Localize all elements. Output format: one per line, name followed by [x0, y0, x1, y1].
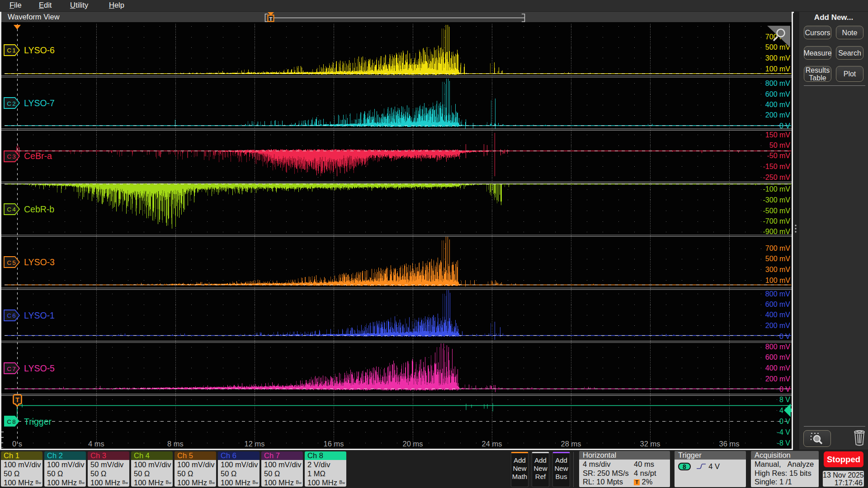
svg-text:LYSO-3: LYSO-3	[24, 257, 55, 267]
svg-text:LYSO-1: LYSO-1	[24, 310, 55, 320]
svg-text:8: 8	[12, 418, 16, 425]
svg-text:150 mV: 150 mV	[765, 131, 790, 139]
svg-text:500 mV: 500 mV	[765, 255, 790, 263]
svg-text:0 V: 0 V	[779, 385, 790, 393]
svg-text:-900 mV: -900 mV	[763, 228, 791, 235]
svg-text:C: C	[7, 47, 11, 54]
svg-text:600 mV: 600 mV	[765, 300, 790, 308]
svg-text:LYSO-5: LYSO-5	[24, 363, 55, 373]
svg-text:3: 3	[12, 153, 16, 160]
svg-text:300 mV: 300 mV	[765, 266, 790, 273]
svg-text:400 mV: 400 mV	[765, 311, 790, 319]
svg-text:0 V: 0 V	[779, 122, 790, 130]
svg-text:100 mV: 100 mV	[765, 277, 790, 284]
svg-text:400 mV: 400 mV	[765, 101, 790, 108]
svg-text:1: 1	[12, 47, 16, 54]
svg-text:LYSO-7: LYSO-7	[24, 98, 55, 108]
svg-text:CeBr-a: CeBr-a	[24, 151, 52, 161]
svg-text:0 s: 0 s	[12, 440, 22, 448]
svg-text:2: 2	[12, 100, 16, 107]
svg-text:C: C	[7, 312, 11, 319]
svg-text:-50 mV: -50 mV	[767, 152, 790, 160]
svg-text:8 V: 8 V	[779, 396, 790, 404]
svg-text:Trigger: Trigger	[24, 417, 52, 427]
svg-text:20 ms: 20 ms	[403, 440, 423, 448]
svg-text:200 mV: 200 mV	[765, 111, 790, 119]
svg-text:200 mV: 200 mV	[765, 375, 790, 383]
svg-text:400 mV: 400 mV	[765, 364, 790, 372]
svg-text:T: T	[269, 16, 272, 22]
svg-text:5: 5	[12, 259, 16, 266]
svg-text:-4 V: -4 V	[777, 428, 791, 436]
svg-text:800 mV: 800 mV	[765, 343, 790, 351]
svg-text:500 mV: 500 mV	[765, 43, 790, 51]
svg-text:6: 6	[12, 312, 16, 319]
svg-text:C: C	[7, 100, 11, 107]
svg-text:24 ms: 24 ms	[482, 440, 502, 448]
svg-text:C: C	[7, 259, 11, 266]
svg-text:T: T	[15, 396, 19, 404]
svg-text:C: C	[7, 366, 11, 372]
svg-text:-700 mV: -700 mV	[763, 217, 791, 225]
svg-text:0 V: 0 V	[779, 418, 790, 425]
svg-text:0 V: 0 V	[779, 333, 790, 340]
svg-text:28 ms: 28 ms	[561, 440, 581, 448]
svg-text:600 mV: 600 mV	[765, 353, 790, 361]
svg-text:-150 mV: -150 mV	[763, 163, 791, 170]
svg-text:800 mV: 800 mV	[765, 80, 790, 87]
svg-text:-100 mV: -100 mV	[763, 185, 791, 193]
svg-text:-300 mV: -300 mV	[763, 196, 791, 204]
svg-text:100 mV: 100 mV	[765, 65, 790, 73]
svg-text:C: C	[7, 153, 11, 160]
svg-text:700 mV: 700 mV	[765, 244, 790, 252]
svg-text:16 ms: 16 ms	[324, 440, 344, 448]
svg-text:800 mV: 800 mV	[765, 290, 790, 298]
svg-text:CebR-b: CebR-b	[24, 204, 54, 214]
svg-text:8 ms: 8 ms	[167, 440, 184, 448]
svg-text:36 ms: 36 ms	[719, 440, 740, 448]
svg-text:4: 4	[12, 206, 16, 213]
svg-text:4 ms: 4 ms	[88, 440, 104, 448]
svg-text:600 mV: 600 mV	[765, 90, 790, 98]
svg-text:-250 mV: -250 mV	[763, 174, 791, 181]
svg-text:7: 7	[12, 366, 16, 372]
svg-text:12 ms: 12 ms	[245, 440, 265, 448]
svg-text:50 mV: 50 mV	[769, 141, 791, 149]
svg-text:-8 V: -8 V	[777, 439, 791, 447]
svg-text:LYSO-6: LYSO-6	[24, 45, 55, 55]
svg-text:C: C	[7, 418, 11, 425]
svg-text:32 ms: 32 ms	[640, 440, 660, 448]
svg-text:C: C	[7, 206, 11, 213]
svg-text:-500 mV: -500 mV	[763, 207, 791, 215]
svg-text:300 mV: 300 mV	[765, 54, 790, 62]
svg-text:200 mV: 200 mV	[765, 322, 790, 329]
